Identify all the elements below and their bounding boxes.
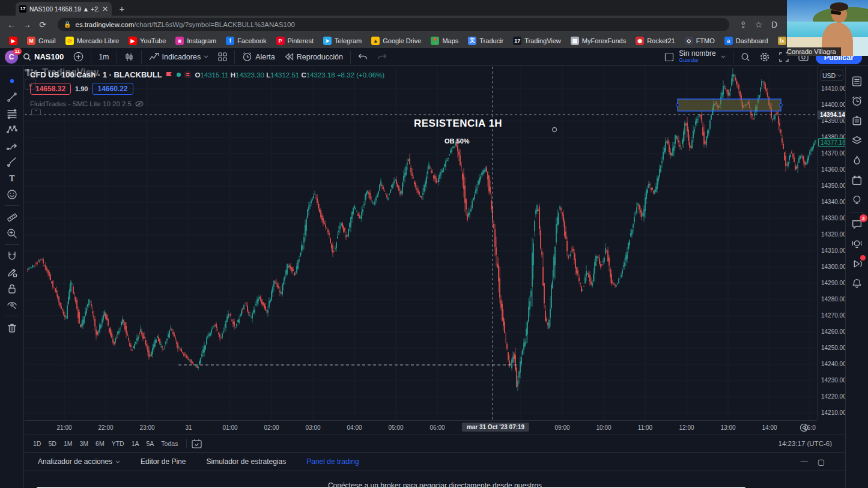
quick-search-button[interactable] [736, 48, 755, 65]
bookmark-item[interactable]: MGmail [23, 35, 60, 46]
indicator-legend[interactable]: FluidTrades - SMC Lite 10 20 2.5 [30, 100, 144, 107]
currency-toggle[interactable]: USD [821, 70, 843, 81]
hotlist-flame-button[interactable] [848, 151, 867, 170]
bookmark-item[interactable]: ◉Rocket21 [631, 35, 679, 46]
bookmark-item[interactable]: ➤Telegram [319, 35, 366, 46]
range-button-1d[interactable]: 1D [30, 438, 44, 449]
news-button[interactable] [848, 111, 867, 131]
sell-button[interactable]: 14658.32 [30, 83, 71, 95]
layout-grid-button[interactable] [213, 48, 232, 65]
bookmark-item[interactable]: ◇FTMO [681, 35, 719, 46]
bookmark-item[interactable]: aDashboard [720, 35, 772, 46]
url-bar[interactable]: 🔒 es.tradingview.com/chart/ftZL6sWg/?sym… [58, 18, 729, 31]
bookmark-item[interactable]: fFacebook [222, 35, 270, 46]
bookmark-item[interactable]: ▤MyForexFunds [566, 35, 630, 46]
symbol-search-button[interactable]: NAS100 [18, 48, 68, 65]
timezone-settings-icon[interactable] [800, 423, 809, 432]
resistance-annotation[interactable]: RESISTENCIA 1H [414, 118, 502, 130]
tab-simulador-de-estrategias[interactable]: Simulador de estrategias [206, 457, 286, 466]
panel-minimize-icon[interactable]: — [801, 457, 808, 466]
share-icon[interactable]: ⇪ [735, 20, 751, 29]
chart-legend[interactable]: CFD US 100 Cash · 1 · BLACKBULL = O14315… [30, 70, 384, 79]
tab-close-icon[interactable]: ✕ [102, 5, 108, 13]
eye-off-icon[interactable] [135, 101, 144, 107]
forecast-tool[interactable] [2, 137, 22, 154]
edit-drawing-tool[interactable] [2, 264, 22, 280]
xabcd-pattern-tool[interactable] [2, 121, 22, 137]
range-button-5d[interactable]: 5D [45, 438, 59, 449]
chat-button[interactable]: 3 [848, 214, 867, 234]
hide-drawings-tool[interactable] [2, 297, 22, 313]
bookmark-item[interactable]: 文Traducir [464, 35, 508, 46]
back-icon[interactable]: ← [4, 20, 19, 29]
alerts-clock-button[interactable] [848, 91, 867, 111]
bookmark-item[interactable]: ◙Instagram [171, 35, 220, 46]
tab-label: Panel de trading [306, 457, 359, 466]
bookmark-item[interactable]: ▶ [5, 35, 22, 46]
watchlist-button[interactable] [848, 71, 867, 91]
bookmark-item[interactable]: 📍Maps [426, 35, 463, 46]
reload-icon[interactable]: ⟳ [35, 20, 50, 29]
compare-add-button[interactable] [68, 48, 88, 65]
interval-button[interactable]: 1m [94, 48, 114, 65]
profile-avatar[interactable]: D [766, 20, 782, 29]
range-button-todas[interactable]: Todas [158, 438, 181, 449]
pane-collapse-button[interactable]: ⌃ [31, 109, 41, 115]
object-tree-button[interactable] [848, 131, 867, 151]
indicators-button[interactable]: Indicadores [144, 48, 214, 65]
fib-retracement-tool[interactable] [2, 105, 22, 121]
range-button-6m[interactable]: 6M [93, 438, 108, 449]
range-button-1a[interactable]: 1A [129, 438, 142, 449]
range-button-1m[interactable]: 1M [61, 438, 76, 449]
save-layout-button[interactable]: Sin nombre Guardar [660, 48, 730, 65]
bookmark-item[interactable]: 17TradingView [509, 35, 565, 46]
range-button-5a[interactable]: 5A [144, 438, 157, 449]
bookmark-item[interactable]: ▲Google Drive [367, 35, 425, 46]
trash-tool[interactable] [2, 319, 22, 336]
brush-tool[interactable] [2, 154, 22, 170]
video-play-button[interactable] [848, 254, 867, 274]
ruler-tool[interactable] [2, 209, 22, 225]
panel-maximize-icon[interactable]: ▢ [818, 457, 825, 466]
bookmark-item[interactable]: PPinterest [272, 35, 318, 46]
go-to-date-icon[interactable] [192, 439, 202, 448]
range-button-ytd[interactable]: YTD [109, 438, 127, 449]
range-button-3m[interactable]: 3M [76, 438, 91, 449]
server-clock[interactable]: 14:23:17 (UTC-6) [778, 440, 832, 447]
tab-panel-de-trading[interactable]: Panel de trading [306, 457, 359, 466]
browser-tab[interactable]: 17 NAS100 14658.19 ▲ +2.01% Sin ✕ [16, 2, 112, 16]
tab-analizador-de-acciones[interactable]: Analizador de acciones [38, 457, 120, 466]
ideas-bulb-button[interactable] [848, 190, 867, 210]
text-tool[interactable]: T [2, 170, 22, 186]
trend-line-tool[interactable] [2, 89, 22, 105]
ob-annotation[interactable]: OB 50% [445, 137, 470, 145]
legend-symbol[interactable]: CFD US 100 Cash · 1 · BLACKBULL [30, 70, 162, 79]
bookmark-item[interactable]: ▶YouTube [124, 35, 170, 46]
magnet-tool[interactable] [2, 248, 22, 264]
forward-icon[interactable]: → [19, 20, 35, 29]
redo-button[interactable] [372, 48, 392, 65]
new-tab-button[interactable]: + [117, 4, 127, 14]
time-axis[interactable]: 21:0022:0023:003101:0002:0003:0004:0005:… [25, 420, 817, 435]
notifications-bell-button[interactable] [848, 274, 867, 294]
lock-tool[interactable] [2, 280, 22, 297]
flag-icon[interactable] [166, 71, 173, 79]
price-scale[interactable]: USD 14410.0014400.0014390.0014380.001437… [817, 67, 845, 420]
replay-button[interactable]: Reproducción [280, 48, 348, 65]
chart-style-button[interactable] [120, 48, 139, 65]
chart-pane[interactable]: CFD US 100 Cash · 1 · BLACKBULL = O14315… [25, 67, 817, 420]
bookmark-star-icon[interactable]: ☆ [751, 20, 766, 29]
streams-button[interactable] [848, 234, 867, 254]
bookmark-item[interactable]: 🤝Mercado Libre [61, 35, 123, 46]
undo-button[interactable] [353, 48, 372, 65]
calendar-button[interactable] [848, 170, 867, 190]
save-link[interactable]: Guardar [679, 58, 699, 64]
cursor-dot-tool[interactable] [2, 73, 22, 89]
emoji-tool[interactable] [2, 186, 22, 202]
user-avatar[interactable]: C 11 [5, 50, 18, 64]
tab-editor-de-pine[interactable]: Editor de Pine [141, 457, 186, 466]
zoom-in-tool[interactable] [2, 225, 22, 241]
buy-button[interactable]: 14660.22 [92, 83, 133, 95]
alert-button[interactable]: Alerta [237, 48, 280, 65]
settings-button[interactable] [755, 48, 774, 65]
